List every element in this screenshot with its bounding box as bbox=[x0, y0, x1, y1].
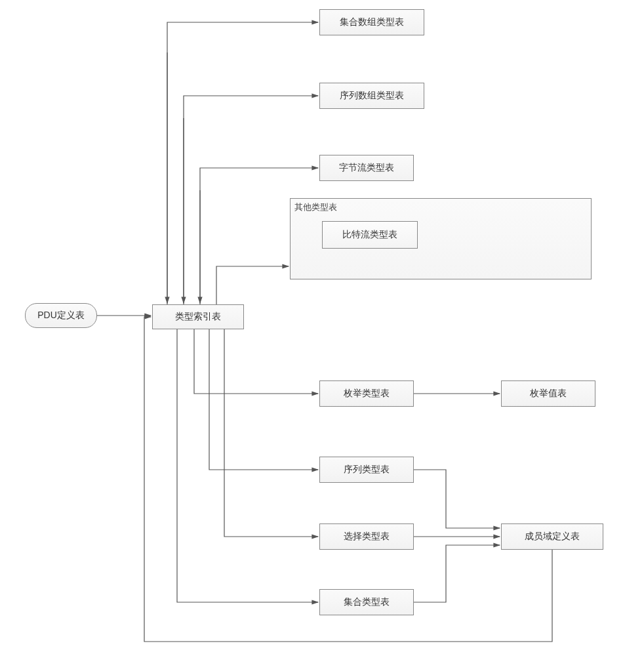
member-field-table: 成员域定义表 bbox=[501, 523, 603, 550]
choice-type-table: 选择类型表 bbox=[319, 523, 414, 550]
bit-stream-type-table: 比特流类型表 bbox=[322, 221, 418, 249]
byte-stream-type-table: 字节流类型表 bbox=[319, 155, 414, 181]
sequence-array-type-table: 序列数组类型表 bbox=[319, 83, 424, 109]
other-types-container: 其他类型表 比特流类型表 bbox=[290, 198, 592, 279]
sequence-type-label: 序列类型表 bbox=[344, 464, 390, 476]
set-array-type-label: 集合数组类型表 bbox=[340, 16, 404, 28]
enum-type-label: 枚举类型表 bbox=[344, 388, 390, 400]
type-index-table: 类型索引表 bbox=[152, 304, 244, 329]
choice-type-label: 选择类型表 bbox=[344, 531, 390, 543]
enum-value-label: 枚举值表 bbox=[530, 388, 567, 400]
type-index-label: 类型索引表 bbox=[175, 311, 221, 323]
sequence-array-type-label: 序列数组类型表 bbox=[340, 90, 404, 102]
set-array-type-table: 集合数组类型表 bbox=[319, 9, 424, 35]
byte-stream-label: 字节流类型表 bbox=[339, 162, 394, 174]
enum-type-table: 枚举类型表 bbox=[319, 380, 414, 407]
pdu-label: PDU定义表 bbox=[37, 310, 85, 321]
bit-stream-label: 比特流类型表 bbox=[342, 229, 397, 241]
enum-value-table: 枚举值表 bbox=[501, 380, 595, 407]
pdu-definition-table: PDU定义表 bbox=[25, 303, 97, 328]
other-types-label: 其他类型表 bbox=[294, 201, 337, 213]
member-field-label: 成员域定义表 bbox=[525, 531, 580, 543]
set-type-label: 集合类型表 bbox=[344, 596, 390, 608]
set-type-table: 集合类型表 bbox=[319, 589, 414, 615]
sequence-type-table: 序列类型表 bbox=[319, 457, 414, 483]
